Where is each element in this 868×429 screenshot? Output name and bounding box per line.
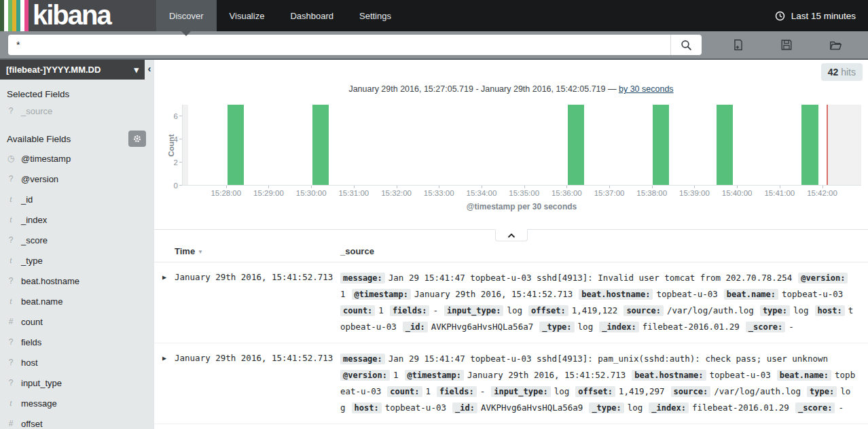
source-field-key: source: [623,305,664,316]
source-field-value: - [789,322,794,332]
clock-icon [775,11,785,21]
time-column-header[interactable]: Time▼ [175,246,340,256]
field-item-host[interactable]: ?host [0,352,154,373]
source-field-key: type: [760,305,790,316]
tab-visualize[interactable]: Visualize [217,0,278,31]
histogram-bar-15:30:00[interactable] [312,105,329,185]
field-item-beat-hostname[interactable]: ?beat.hostname [0,271,154,291]
source-field-value: 1 [393,370,399,380]
field-item--index[interactable]: t_index [0,209,154,230]
source-field-value: 1,419,122 [572,305,618,315]
source-field-key: message: [340,354,385,364]
index-pattern-selector[interactable]: [filebeat-]YYYY.MM.DD ▾ [0,60,145,80]
field-item--id[interactable]: t_id [0,189,154,209]
source-field-key: input_type: [491,386,550,397]
field-type-string-icon: t [7,398,15,409]
field-name: _source [21,106,52,116]
selected-fields-heading: Selected Fields [0,80,154,101]
field-item-input-type[interactable]: ?input_type [0,373,154,393]
search-bar [0,31,868,60]
x-tick-label: 15:35:00 [509,189,539,197]
row-expand-caret[interactable]: ▶ [154,270,175,335]
source-field-value: - [433,305,438,315]
index-pattern-label: [filebeat-]YYYY.MM.DD [6,65,101,75]
search-input[interactable] [8,35,670,55]
source-field-key: offset: [528,305,568,316]
field-name: _index [21,215,47,225]
histogram-bar-15:38:00[interactable] [653,105,669,185]
top-navbar: kibana DiscoverVisualizeDashboardSetting… [0,0,868,31]
row-expand-caret[interactable]: ▶ [154,351,175,416]
interval-link[interactable]: by 30 seconds [619,84,674,94]
x-axis-title: @timestamp per 30 seconds [182,199,861,211]
search-button[interactable] [670,35,702,55]
field-name: offset [21,419,43,429]
source-field-key: count: [340,305,375,316]
field-settings-button[interactable] [128,131,146,147]
field-type-string-icon: t [7,256,15,266]
field-item--type[interactable]: t_type [0,250,154,271]
field-name: host [21,358,38,368]
open-folder-icon [829,39,842,52]
source-field-key: fields: [390,305,430,316]
save-search-button[interactable] [776,35,797,55]
x-tick-mark [566,186,567,188]
table-row: ▶January 29th 2016, 15:41:52.713message:… [154,262,868,343]
sort-caret-icon: ▼ [198,249,203,255]
sidebar-collapse-button[interactable]: ‹ [145,60,154,78]
source-field-key: _type: [539,322,574,332]
tab-discover[interactable]: Discover [156,0,217,31]
source-field-key: @timestamp: [405,370,464,381]
source-field-key: beat.name: [724,289,778,300]
out-of-range-right [827,105,861,185]
field-item-fields[interactable]: ?fields [0,332,154,352]
time-picker[interactable]: Last 15 minutes [775,0,868,31]
field-name: beat.hostname [21,276,79,286]
source-field-value: 1 [340,289,346,299]
source-field-key: message: [340,273,385,284]
histogram-bar-15:36:00[interactable] [568,105,584,185]
row-time: January 29th 2016, 15:41:52.713 [175,351,340,416]
gear-icon [132,134,142,143]
x-tick-label: 15:37:00 [594,189,625,197]
open-search-button[interactable] [825,35,846,55]
tab-dashboard[interactable]: Dashboard [277,0,346,31]
chevron-left-icon: ‹ [148,63,151,74]
field-item--score[interactable]: ?_score [0,230,154,250]
field-item-offset[interactable]: #offset [0,413,154,429]
source-field-value: 1 [426,386,431,396]
source-field-key: _type: [589,402,623,413]
field-item-beat-name[interactable]: tbeat.name [0,291,154,311]
field-item--source[interactable]: ?_source [0,101,154,121]
time-range-end-marker [827,105,828,185]
source-field-value: log [793,305,809,315]
row-source: message:Jan 29 15:41:47 topbeat-u-03 ssh… [340,351,868,416]
x-tick-label: 15:33:00 [424,189,454,197]
discover-sidebar: [filebeat-]YYYY.MM.DD ▾ ‹ Selected Field… [0,60,154,429]
field-item-message[interactable]: tmessage [0,393,154,413]
histogram-bar-15:28:00[interactable] [228,105,244,185]
field-item--timestamp[interactable]: ◷@timestamp [0,148,154,169]
new-search-button[interactable] [728,35,748,55]
field-type-unknown-icon: ? [7,174,15,184]
tab-settings[interactable]: Settings [346,0,404,31]
source-field-value: Jan 29 15:41:47 topbeat-u-03 sshd[4913]:… [388,354,828,364]
collapse-chart-button[interactable] [495,229,528,241]
field-item-count[interactable]: #count [0,311,154,332]
source-field-value: 1,419,297 [619,386,665,396]
field-item--version[interactable]: ?@version [0,169,154,189]
kibana-logo: kibana [0,0,156,31]
field-name: message [21,398,57,409]
field-type-unknown-icon: ? [7,337,15,347]
x-tick-mark [780,186,780,188]
x-tick-mark [737,186,738,188]
new-document-icon [732,39,744,51]
chevron-up-icon [507,233,516,239]
source-field-value: filebeat-2016.01.29 [692,402,789,413]
field-type-string-icon: t [7,194,15,205]
search-icon [681,39,692,51]
histogram-bar-15:39:30[interactable] [717,105,733,185]
histogram-bar-15:41:30[interactable] [801,105,818,185]
available-fields-list: ◷@timestamp?@versiont_idt_index?_scoret_… [0,148,154,429]
field-type-string-icon: t [7,296,15,307]
